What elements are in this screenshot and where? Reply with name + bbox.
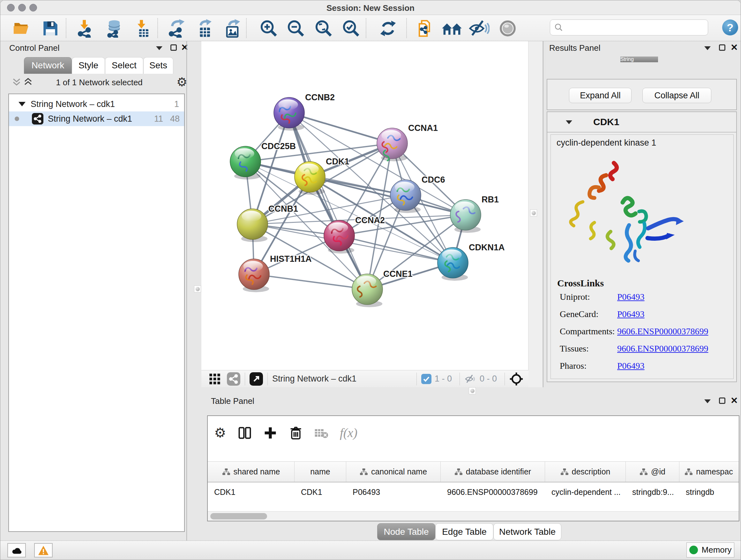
export-table-button[interactable] — [194, 19, 215, 38]
results-panel-menu-icon[interactable] — [704, 46, 711, 50]
crosslink-compartments-link[interactable]: 9606.ENSP00000378699 — [617, 326, 708, 336]
function-builder-fx-icon[interactable]: f(x) — [340, 425, 358, 440]
crosslink-uniprot-link[interactable]: P06493 — [617, 292, 645, 302]
results-panel-close-icon[interactable]: ✕ — [731, 44, 738, 51]
gene-collapse-icon[interactable] — [566, 120, 572, 124]
column-header-description[interactable]: description — [545, 462, 626, 482]
network-node-cdc25b[interactable] — [230, 146, 261, 179]
collapse-all-tree-icon[interactable] — [12, 77, 21, 86]
delete-column-trash-icon[interactable] — [289, 426, 303, 440]
network-node-hist1h1a[interactable] — [239, 259, 269, 292]
export-image-button[interactable] — [222, 19, 243, 38]
scrollbar-thumb[interactable] — [210, 513, 267, 519]
tree-expander-icon[interactable] — [18, 102, 25, 106]
tab-node-table[interactable]: Node Table — [377, 523, 435, 540]
results-panel-float-icon[interactable] — [719, 44, 725, 51]
tab-edge-table[interactable]: Edge Table — [435, 523, 493, 540]
birds-eye-crosshair-icon[interactable] — [509, 372, 523, 386]
tab-sets[interactable]: Sets — [143, 57, 173, 74]
create-column-plus-icon[interactable] — [263, 426, 277, 440]
column-header-database-identifier[interactable]: database identifier — [441, 462, 545, 482]
right-splitter-handle[interactable] — [530, 209, 537, 216]
cloud-status-button[interactable] — [7, 543, 26, 557]
toggle-graphics-details-button[interactable] — [497, 19, 518, 38]
first-neighbors-button[interactable] — [441, 19, 462, 38]
memory-button[interactable]: Memory — [686, 543, 734, 557]
left-splitter-handle[interactable] — [194, 286, 201, 293]
table-horizontal-scrollbar[interactable] — [208, 511, 739, 521]
tab-string[interactable]: String — [620, 57, 658, 62]
share-view-icon[interactable] — [227, 372, 240, 386]
network-node-cdk1[interactable] — [294, 162, 325, 195]
search-input[interactable] — [567, 23, 704, 32]
crosslink-genecard-link[interactable]: P06493 — [617, 309, 645, 319]
column-header-canonical-name[interactable]: canonical name — [346, 462, 441, 482]
warnings-button[interactable] — [34, 543, 53, 557]
grid-view-icon[interactable] — [208, 373, 221, 385]
network-node-cdc6[interactable] — [390, 180, 421, 213]
tab-style[interactable]: Style — [72, 57, 105, 74]
zoom-fit-button[interactable] — [313, 19, 334, 38]
network-collection-row[interactable]: String Network – cdk1 1 — [9, 97, 184, 111]
table-cell[interactable]: CDK1 — [208, 483, 294, 501]
tab-network[interactable]: Network — [24, 57, 72, 74]
import-table-button[interactable] — [132, 19, 153, 38]
network-node-ccne1[interactable] — [352, 274, 383, 307]
column-header-id[interactable]: @id — [626, 462, 679, 482]
network-row-selected[interactable]: String Network – cdk1 11 48 — [9, 111, 184, 126]
table-cell[interactable]: stringdb — [679, 483, 738, 501]
delete-table-icon[interactable] — [314, 426, 328, 440]
tab-network-table[interactable]: Network Table — [493, 523, 561, 540]
control-panel-float-icon[interactable] — [171, 44, 177, 51]
column-header-shared-name[interactable]: shared name — [208, 462, 294, 482]
table-options-gear-icon[interactable]: ⚙ — [214, 425, 226, 441]
table-panel-float-icon[interactable] — [719, 397, 725, 404]
open-in-new-window-icon[interactable] — [250, 372, 263, 386]
table-panel-menu-icon[interactable] — [704, 399, 711, 403]
crosslink-pharos-link[interactable]: P06493 — [617, 361, 645, 371]
network-node-ccnb1[interactable] — [237, 209, 268, 242]
crosslink-tissues-link[interactable]: 9606.ENSP00000378699 — [617, 344, 708, 354]
help-button[interactable]: ? — [722, 19, 738, 36]
duplicate-network-button[interactable] — [414, 19, 435, 38]
import-network-from-file-button[interactable] — [75, 19, 96, 38]
import-network-from-database-button[interactable] — [104, 19, 125, 38]
zoom-out-button[interactable] — [285, 19, 307, 38]
zoom-selected-button[interactable] — [340, 19, 361, 38]
table-cell[interactable]: stringdb:9... — [626, 483, 679, 501]
table-cell[interactable]: P06493 — [346, 483, 441, 501]
open-session-button[interactable] — [11, 19, 32, 38]
expand-all-button[interactable]: Expand All — [569, 88, 631, 103]
collapse-all-button[interactable]: Collapse All — [643, 88, 711, 103]
show-columns-icon[interactable] — [238, 426, 252, 440]
table-cell[interactable]: 9606.ENSP00000378699 — [441, 483, 545, 501]
refresh-button[interactable] — [378, 19, 399, 38]
save-session-button[interactable] — [40, 19, 61, 38]
hide-selected-button[interactable] — [468, 19, 489, 38]
expand-all-tree-icon[interactable] — [23, 77, 33, 86]
left-splitter[interactable] — [186, 41, 187, 541]
network-node-ccna1[interactable] — [377, 128, 408, 161]
column-header-namespace[interactable]: namespac — [679, 462, 738, 482]
network-node-ccnb2[interactable] — [274, 98, 305, 131]
gene-header-row[interactable]: CDK1 — [547, 112, 736, 132]
control-panel-close-icon[interactable]: ✕ — [181, 44, 188, 51]
table-cell[interactable]: cyclin-dependent ... — [545, 483, 626, 501]
control-panel-menu-icon[interactable] — [156, 46, 162, 50]
network-canvas[interactable]: CCNB2CCNA1CDC25BCDK1CDC6RB1CCNB1CCNA2CDK… — [201, 41, 529, 370]
horizontal-splitter-handle[interactable] — [469, 387, 476, 394]
tab-select[interactable]: Select — [105, 57, 143, 74]
column-header-name[interactable]: name — [294, 462, 346, 482]
table-cell[interactable]: CDK1 — [294, 483, 346, 501]
network-node-rb1[interactable] — [450, 199, 481, 233]
table-panel-title: Table Panel — [211, 396, 254, 406]
export-network-button[interactable] — [166, 19, 187, 38]
zoom-in-button[interactable] — [258, 19, 279, 38]
import-table-icon — [132, 19, 153, 38]
table-row[interactable]: CDK1 CDK1 P06493 9606.ENSP00000378699 cy… — [208, 483, 739, 501]
right-splitter[interactable] — [543, 41, 545, 387]
network-panel-options-gear-icon[interactable]: ⚙ — [177, 75, 187, 89]
network-node-cdkn1a[interactable] — [437, 247, 468, 281]
selected-checkbox-icon[interactable] — [421, 374, 431, 384]
table-panel-close-icon[interactable]: ✕ — [731, 397, 738, 404]
